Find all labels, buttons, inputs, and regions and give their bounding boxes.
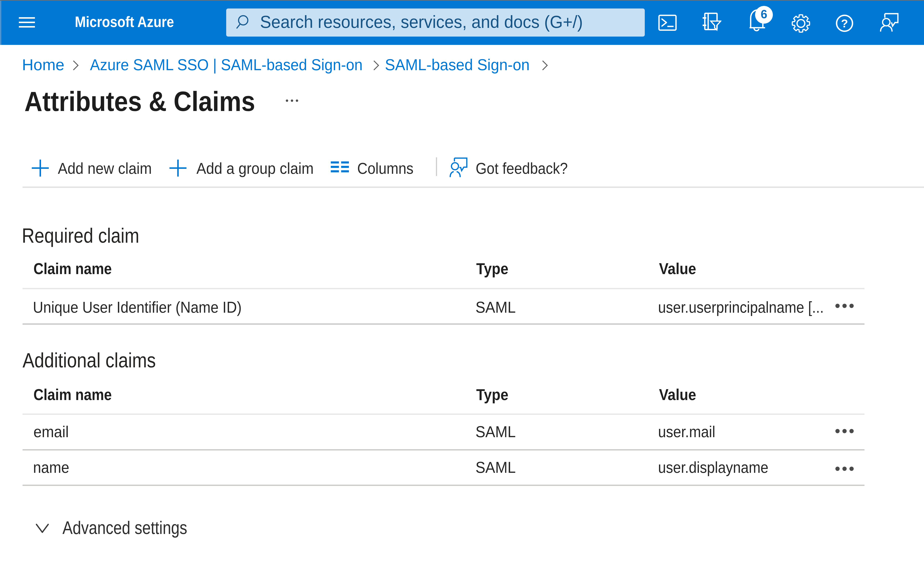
svg-text:6: 6: [761, 8, 767, 21]
svg-text:?: ?: [841, 17, 848, 30]
